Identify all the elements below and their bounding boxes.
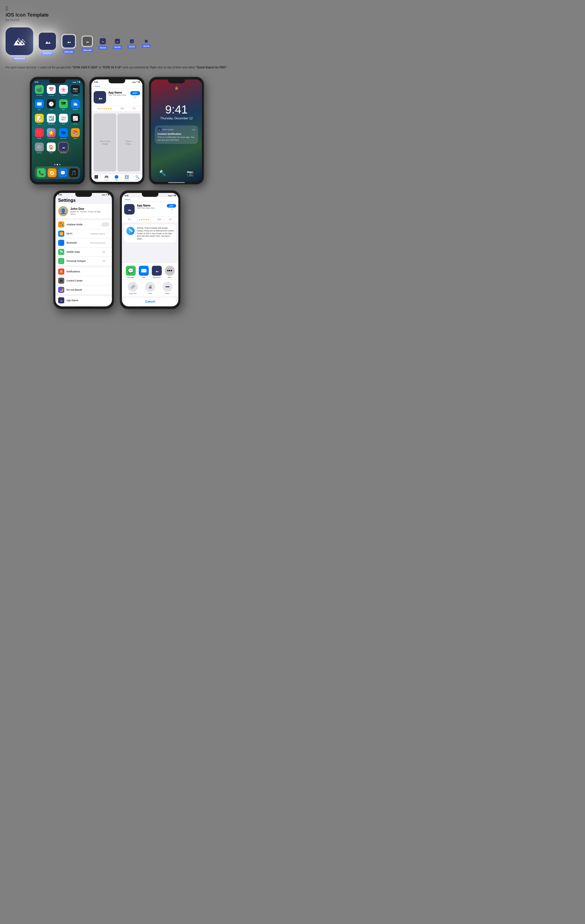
more-options-btn[interactable]: ••• (134, 96, 136, 98)
notif-app-info: APP NAME (158, 128, 174, 132)
home-app-news[interactable]: 📰 News (58, 114, 69, 125)
home-app-empty (70, 143, 81, 153)
health-label: Health (37, 138, 41, 139)
brand-logo-svg-32 (131, 40, 133, 42)
share-more-options-btn[interactable]: •• (170, 208, 172, 210)
home-app-home[interactable]: 🏠 Home (46, 143, 57, 153)
no1-section: No1 (121, 107, 124, 110)
back-label: Back (95, 85, 100, 87)
mobiledata-icon: 📡 (58, 249, 64, 255)
app-icon-128 (83, 37, 92, 46)
home-app-weather[interactable]: ⛅ Weather (70, 99, 81, 111)
dock-safari-icon[interactable]: 🧭 (48, 168, 56, 177)
airplane-toggle[interactable] (101, 222, 109, 227)
settings-row-hotspot[interactable]: 🔗 Personal Hotspot Off › (55, 257, 112, 266)
facetime-label: FaceTime (36, 94, 42, 96)
home-app-grid-row4: ❤️ Health ⭐ iTunes Store 🛍 App Store 📚 B… (32, 127, 83, 140)
lock-screen-bg: 9:41 ●●● ∿ ▮ 🔒 9:41 Thursday, December 1… (151, 79, 202, 182)
settings-row-mobiledata[interactable]: 📡 Mobile Data Off › (55, 248, 112, 257)
home-app-maps[interactable]: 🗺 Maps (58, 99, 69, 111)
tab-updates[interactable]: ⬇️ Updates (124, 175, 129, 181)
custom-app-icon (59, 143, 68, 152)
tab-apps[interactable]: 🔵 Apps (114, 175, 119, 181)
home-app-appstore[interactable]: 🛍 App Store (58, 128, 69, 139)
signal-icon: ●●● (73, 81, 76, 83)
settings-profile-row[interactable]: 👤 John Doe Apple ID, iCloud, iTunes & Ap… (55, 204, 112, 218)
home-app-clock[interactable]: 🕐 Clock (46, 99, 57, 111)
settings-row-donotdisturb[interactable]: 🌙 Do not disturb › (55, 285, 112, 294)
wifi-settings-icon: 📶 (58, 231, 64, 237)
home-app-facetime[interactable]: 📹 FaceTime (34, 85, 45, 96)
home-indicator-appstore (109, 182, 125, 183)
notif-header: APP NAME now (158, 128, 195, 132)
phone-lock-screen: 9:41 ●●● ∿ ▮ 🔒 9:41 Thursday, December 1… (149, 77, 204, 185)
back-button-share[interactable]: ‹ Back (124, 198, 176, 201)
wifi-chevron-icon: › (108, 233, 109, 235)
size-badge-64: 64x64 (98, 46, 107, 50)
share-app-messages[interactable]: 💬 Message (126, 266, 136, 278)
no1-value: No1 (121, 107, 124, 109)
back-button-appstore[interactable]: ‹ Back (94, 85, 140, 87)
mail-share-label: Mail (142, 277, 145, 278)
stocks-label: Stocks (73, 123, 78, 125)
dock-messages-icon[interactable]: 💬 (58, 168, 67, 177)
dock-music-icon[interactable]: 🎵 (69, 168, 78, 177)
home-app-settings[interactable]: ⚙️ Settings (34, 143, 45, 153)
home-app-mail[interactable]: ✉️ Mail (34, 99, 45, 111)
bluetooth-label: Bluetooth (66, 241, 88, 244)
size-badge-48: 48x48 (113, 45, 122, 49)
rating-section: 5.0 ★★★★★ (98, 107, 112, 110)
hotspot-label: Personal Hotspot (66, 260, 100, 262)
home-app-gamecenter[interactable]: ⭐ iTunes Store (46, 128, 57, 139)
photos-icon: 🌸 (59, 85, 68, 94)
home-app-reminders[interactable]: ☑️ Reminders (46, 114, 57, 125)
flashlight-icon[interactable]: 🔦 (159, 170, 166, 177)
share-app-mail[interactable]: ✉️ Mail (139, 266, 149, 278)
share-action-print[interactable]: 🖨 Print (145, 282, 155, 294)
home-indicator-share (142, 307, 159, 307)
share-app-more[interactable]: ••• More (165, 266, 175, 278)
export-instructions: For quick export all icons -> select all… (0, 63, 234, 74)
copylink-label: Copy Link (129, 293, 137, 294)
home-app-health[interactable]: ❤️ Health (34, 128, 45, 139)
share-action-copylink[interactable]: 🔗 Copy Link (128, 282, 138, 294)
get-button[interactable]: GET (130, 91, 140, 95)
home-app-camera[interactable]: 📷 Camera (70, 85, 81, 96)
settings-row-bluetooth[interactable]: 🔵 Bluetooth Not Connected › (55, 238, 112, 248)
settings-row-controlcenter[interactable]: ⊞ Control Center › (55, 276, 112, 285)
mail-label: Mail (38, 109, 40, 111)
brand-logo-svg-128 (84, 38, 90, 44)
home-app-books[interactable]: 📚 Books (70, 128, 81, 139)
share-app-appname[interactable]: App Name (152, 266, 162, 278)
home-app-stocks[interactable]: 📈 Stocks (70, 114, 81, 125)
tab-today[interactable]: ⬛ Today (94, 175, 98, 181)
dock-phone-icon[interactable]: 📞 (37, 168, 46, 177)
phone-screen-lock: 9:41 ●●● ∿ ▮ 🔒 9:41 Thursday, December 1… (151, 79, 202, 182)
share-get-button[interactable]: GET (167, 204, 176, 208)
home-app-photos[interactable]: 🌸 Photos (58, 85, 69, 96)
settings-row-wifi[interactable]: 📶 Wi-Fi Network Name › (55, 229, 112, 238)
controlcenter-label: Control Center (66, 279, 106, 282)
app-settings-brand-logo (59, 299, 63, 302)
settings-screen-bg: 9:41 ●●● ∿ ▮ Settings 👤 John Doe Apple I… (55, 193, 112, 307)
notifications-chevron-icon: › (108, 271, 109, 273)
notes-label: Notes (37, 123, 41, 125)
tab-search[interactable]: 🔍 Search (135, 175, 140, 181)
clock-icon: 🕐 (47, 99, 56, 108)
home-app-custom[interactable]: App Name (58, 143, 69, 153)
home-app-calendar[interactable]: 📅 Calendar (46, 85, 57, 96)
settings-section-2: 🔔 Notifications › ⊞ Control Center › 🌙 D… (55, 267, 112, 294)
home-app-notes[interactable]: 📝 Notes (34, 114, 45, 125)
app-settings-label: App Name (66, 299, 106, 302)
phone-settings: 9:41 ●●● ∿ ▮ Settings 👤 John Doe Apple I… (53, 190, 114, 309)
games-tab-label: Games (104, 179, 109, 181)
camera-lock-icon[interactable]: 📷 (187, 170, 193, 177)
settings-row-notifications[interactable]: 🔔 Notifications › (55, 267, 112, 276)
settings-row-airplane[interactable]: ✈️ Airplane Mode (55, 220, 112, 229)
cancel-button[interactable]: Cancel (124, 297, 176, 305)
airdrop-banner: 📡 AirDrop: Share instantly with people n… (124, 224, 176, 243)
tab-games[interactable]: 🎮 Games (104, 175, 109, 181)
share-action-more[interactable]: ••• More (163, 282, 173, 294)
settings-row-appname[interactable]: App Name › (55, 296, 112, 305)
icon-wrapper-512 (39, 33, 56, 50)
